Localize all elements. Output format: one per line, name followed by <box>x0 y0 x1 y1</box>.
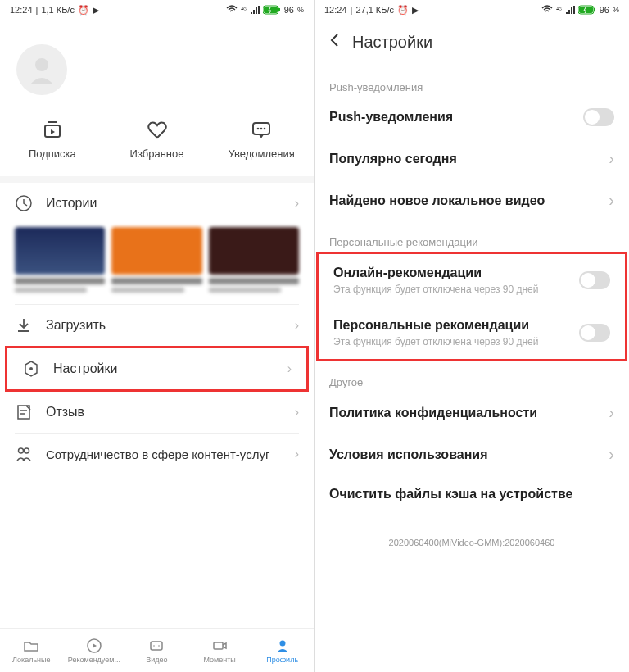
wifi-icon <box>541 5 553 15</box>
svg-rect-2 <box>278 8 280 11</box>
version-text: 2020060400(MiVideo-GMM):2020060460 <box>314 513 629 564</box>
nav-recommend[interactable]: Рекомендуем... <box>63 629 126 672</box>
svg-rect-22 <box>579 7 593 13</box>
nav-video-label: Видео <box>146 656 167 664</box>
settings-label: Настройки <box>53 361 274 376</box>
svg-rect-23 <box>594 8 595 11</box>
partner-icon <box>15 445 33 463</box>
status-speed: 1,1 КБ/с <box>41 5 75 15</box>
partner-row[interactable]: Сотрудничество в сфере контент-услуг › <box>0 434 314 474</box>
favorites-label: Избранное <box>130 148 184 160</box>
push-toggle[interactable] <box>583 108 614 126</box>
nav-moments-label: Моменты <box>203 656 235 664</box>
chevron-right-icon: › <box>287 361 292 376</box>
history-thumbnails[interactable] <box>0 224 314 304</box>
wifi-icon <box>226 5 238 15</box>
settings-header: Настройки <box>314 20 629 66</box>
status-speed: 27,1 КБ/с <box>355 5 394 15</box>
alarm-icon: ⏰ <box>78 5 89 16</box>
nav-local-label: Локальные <box>12 656 50 664</box>
three-actions: Подписка Избранное Уведомления <box>0 111 314 176</box>
svg-rect-19 <box>214 642 223 649</box>
svg-point-17 <box>154 645 156 647</box>
settings-icon <box>22 360 40 378</box>
svg-point-20 <box>279 640 285 646</box>
battery-pct: 96 <box>284 5 294 15</box>
favorites-action[interactable]: Избранное <box>105 118 210 160</box>
header-title: Настройки <box>352 33 432 52</box>
status-bar: 12:24 | 1,1 КБ/с ⏰ ▶ ⁴ᴳ 96% <box>0 0 314 20</box>
nav-video[interactable]: Видео <box>125 629 188 672</box>
chevron-right-icon: › <box>295 447 299 461</box>
nav-local[interactable]: Локальные <box>0 629 63 672</box>
nav-profile-label: Профиль <box>266 656 298 664</box>
partner-label: Сотрудничество в сфере контент-услуг <box>46 447 282 461</box>
nav-recommend-label: Рекомендуем... <box>68 656 120 664</box>
status-time: 12:24 <box>324 5 347 15</box>
youtube-icon: ▶ <box>93 5 99 16</box>
feedback-label: Отзыв <box>46 405 282 420</box>
popular-title: Популярно сегодня <box>329 152 609 166</box>
status-bar: 12:24 | 27,1 КБ/с ⏰ ▶ ⁴ᴳ 96% <box>314 0 629 20</box>
privacy-policy-row[interactable]: Политика конфиденциальности › <box>314 392 629 434</box>
notifications-label: Уведомления <box>229 148 295 160</box>
history-label: Истории <box>46 196 282 211</box>
settings-row[interactable]: Настройки › <box>7 348 306 389</box>
terms-title: Условия использования <box>329 447 609 462</box>
svg-point-14 <box>25 448 29 453</box>
popular-today-row[interactable]: Популярно сегодня › <box>314 138 629 179</box>
personal-rec-title: Персональные рекомендации <box>333 318 579 333</box>
chevron-right-icon: › <box>609 403 614 422</box>
history-icon <box>15 194 33 212</box>
feedback-row[interactable]: Отзыв › <box>0 392 314 433</box>
svg-point-8 <box>264 128 266 130</box>
svg-point-11 <box>29 367 33 370</box>
push-section-label: Push-уведомления <box>314 66 629 97</box>
svg-point-13 <box>19 448 24 453</box>
privacy-title: Политика конфиденциальности <box>329 406 609 420</box>
push-title: Push-уведомления <box>329 110 583 125</box>
battery-icon <box>578 5 596 15</box>
found-local-title: Найдено новое локальное видео <box>329 193 609 208</box>
found-local-row[interactable]: Найдено новое локальное видео › <box>314 179 629 221</box>
feedback-icon <box>15 403 33 421</box>
clear-cache-row[interactable]: Очистить файлы кэша на устройстве <box>314 475 629 513</box>
profile-header <box>0 20 314 111</box>
svg-point-3 <box>35 58 48 71</box>
nav-profile[interactable]: Профиль <box>251 629 314 672</box>
clear-cache-title: Очистить файлы кэша на устройстве <box>329 487 614 502</box>
download-label: Загрузить <box>46 318 282 333</box>
avatar[interactable] <box>16 44 67 95</box>
chevron-right-icon: › <box>609 149 614 168</box>
download-icon <box>15 316 33 334</box>
volte-icon: ⁴ᴳ <box>241 7 247 14</box>
online-rec-title: Онлайн-рекомендации <box>333 266 579 280</box>
online-rec-toggle[interactable] <box>579 271 610 289</box>
chevron-right-icon: › <box>295 318 299 333</box>
svg-point-18 <box>159 645 161 647</box>
personal-rec-toggle[interactable] <box>579 324 610 342</box>
status-time: 12:24 <box>10 5 33 15</box>
terms-row[interactable]: Условия использования › <box>314 434 629 475</box>
push-notifications-row[interactable]: Push-уведомления <box>314 97 629 138</box>
battery-pct: 96 <box>600 5 609 15</box>
history-row[interactable]: Истории › <box>0 183 314 224</box>
screen-settings: 12:24 | 27,1 КБ/с ⏰ ▶ ⁴ᴳ 96% Настройки P… <box>314 0 629 672</box>
chevron-right-icon: › <box>295 196 299 211</box>
notifications-action[interactable]: Уведомления <box>209 118 314 160</box>
personal-section-label: Персональные рекомендации <box>314 221 629 252</box>
svg-point-6 <box>257 128 260 130</box>
personal-recommendations-row[interactable]: Персональные рекомендации Эта функция бу… <box>319 306 625 359</box>
download-row[interactable]: Загрузить › <box>0 305 314 346</box>
other-section-label: Другое <box>314 361 629 392</box>
chevron-right-icon: › <box>609 191 614 210</box>
nav-moments[interactable]: Моменты <box>188 629 251 672</box>
subscribe-action[interactable]: Подписка <box>0 118 105 160</box>
svg-rect-1 <box>264 7 278 13</box>
svg-rect-16 <box>151 642 162 650</box>
bottom-nav: Локальные Рекомендуем... Видео Моменты П… <box>0 628 314 672</box>
back-button[interactable] <box>326 31 344 52</box>
subscribe-label: Подписка <box>29 148 76 160</box>
online-rec-sub: Эта функция будет отключена через 90 дне… <box>333 284 579 295</box>
online-recommendations-row[interactable]: Онлайн-рекомендации Эта функция будет от… <box>319 254 625 306</box>
